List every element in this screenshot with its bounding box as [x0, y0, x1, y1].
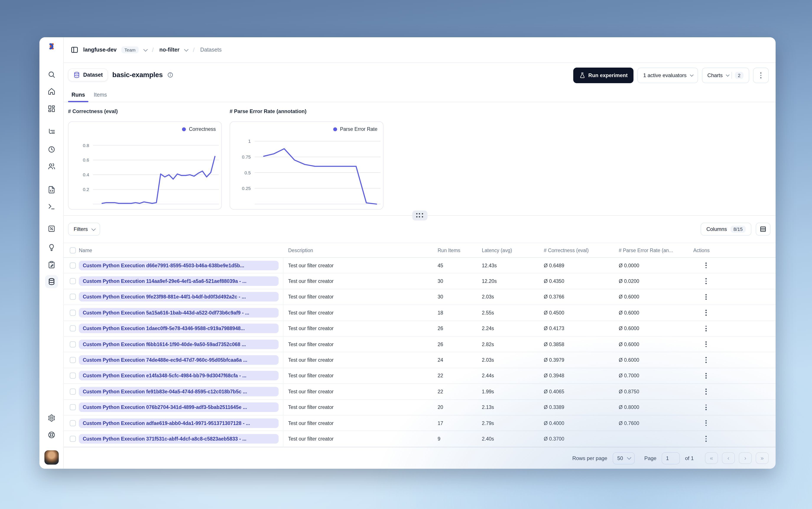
col-header-run-items[interactable]: Run Items: [438, 247, 482, 253]
page-actions-kebab-button[interactable]: [753, 68, 769, 83]
breadcrumb-org[interactable]: langfuse-dev: [83, 47, 116, 53]
sidebar-item-search[interactable]: [45, 68, 58, 81]
run-name-link[interactable]: Custom Python Execution 9fe23f98-881e-44…: [79, 292, 279, 302]
run-parse-error-avg: Ø 0.6000: [619, 310, 693, 315]
sidebar-item-terminal[interactable]: [45, 200, 58, 213]
active-evaluators-button[interactable]: 1 active evaluators: [638, 68, 698, 83]
next-page-button[interactable]: ›: [739, 452, 752, 464]
panel-resize-grip[interactable]: [412, 210, 427, 220]
rows-per-page-select[interactable]: 50: [612, 452, 635, 464]
sidebar-item-lifebuoy[interactable]: [45, 429, 58, 441]
row-actions-kebab-icon[interactable]: [705, 294, 707, 300]
sidebar-item-percent-square[interactable]: [45, 222, 58, 235]
row-checkbox[interactable]: [70, 420, 76, 426]
run-name-link[interactable]: Custom Python Execution 114aa9ef-29e6-4e…: [79, 276, 279, 286]
row-actions-kebab-icon[interactable]: [705, 341, 707, 347]
user-avatar[interactable]: [44, 450, 59, 465]
breadcrumb-section[interactable]: Datasets: [200, 47, 222, 53]
row-checkbox[interactable]: [70, 278, 76, 284]
row-checkbox[interactable]: [70, 436, 76, 442]
row-actions-kebab-icon[interactable]: [705, 357, 707, 363]
prev-page-button[interactable]: ‹: [722, 452, 735, 464]
last-page-button[interactable]: »: [756, 452, 769, 464]
sidebar-item-dashboard-grid[interactable]: [45, 102, 58, 115]
col-header-parse-error[interactable]: # Parse Error Rate (an...: [619, 247, 693, 253]
table-row[interactable]: Custom Python Execution d66e7991-8595-45…: [64, 258, 776, 274]
info-icon[interactable]: [167, 72, 173, 78]
table-row[interactable]: Custom Python Execution 74de488e-ec9d-47…: [64, 352, 776, 368]
database-icon: [73, 71, 80, 78]
row-checkbox[interactable]: [70, 357, 76, 363]
table-row[interactable]: Custom Python Execution 1daec0f9-5e78-43…: [64, 321, 776, 337]
sidebar-toggle-icon[interactable]: [71, 46, 78, 54]
row-checkbox[interactable]: [70, 341, 76, 347]
page-number-input[interactable]: 1: [662, 452, 680, 464]
sidebar-item-database[interactable]: [45, 275, 58, 288]
row-actions-kebab-icon[interactable]: [705, 310, 707, 315]
table-row[interactable]: Custom Python Execution e14fa348-5cfc-49…: [64, 368, 776, 384]
tab-items[interactable]: Items: [90, 92, 110, 102]
run-name-link[interactable]: Custom Python Execution fe91b83e-04a5-47…: [79, 387, 279, 396]
col-header-name[interactable]: Name: [79, 243, 283, 257]
sidebar-item-clock[interactable]: [45, 143, 58, 156]
run-name-link[interactable]: Custom Python Execution 1daec0f9-5e78-43…: [79, 324, 279, 333]
charts-toggle-button[interactable]: Charts 2: [702, 68, 749, 83]
run-parse-error-avg: Ø 0.0000: [619, 263, 693, 268]
filters-button[interactable]: Filters: [68, 223, 100, 236]
table-row[interactable]: Custom Python Execution 076b2704-341d-48…: [64, 400, 776, 415]
row-checkbox[interactable]: [70, 262, 76, 268]
table-row[interactable]: Custom Python Execution f6bb1614-1f90-40…: [64, 337, 776, 352]
run-name-link[interactable]: Custom Python Execution adfae619-abb0-4d…: [79, 418, 279, 428]
chevron-down-icon[interactable]: [184, 47, 189, 51]
table-row[interactable]: Custom Python Execution 9fe23f98-881e-44…: [64, 290, 776, 305]
run-name-link[interactable]: Custom Python Execution e14fa348-5cfc-49…: [79, 371, 279, 380]
table-row[interactable]: Custom Python Execution fe91b83e-04a5-47…: [64, 384, 776, 400]
table-row[interactable]: Custom Python Execution 114aa9ef-29e6-4e…: [64, 274, 776, 290]
columns-button[interactable]: Columns 8/15: [701, 223, 751, 236]
table-row[interactable]: Custom Python Execution 5a15a616-1bab-44…: [64, 305, 776, 321]
run-name-link[interactable]: Custom Python Execution 5a15a616-1bab-44…: [79, 308, 279, 317]
col-header-correctness[interactable]: # Correctness (eval): [544, 247, 619, 253]
row-actions-kebab-icon[interactable]: [705, 420, 707, 426]
first-page-button[interactable]: «: [705, 452, 718, 464]
run-name-link[interactable]: Custom Python Execution f6bb1614-1f90-40…: [79, 339, 279, 349]
row-actions-kebab-icon[interactable]: [705, 388, 707, 395]
col-header-latency[interactable]: Latency (avg): [482, 247, 544, 253]
run-name-link[interactable]: Custom Python Execution 076b2704-341d-48…: [79, 402, 279, 412]
table-row[interactable]: Custom Python Execution 371f531c-abff-4d…: [64, 431, 776, 447]
row-actions-kebab-icon[interactable]: [705, 404, 707, 410]
chevron-down-icon[interactable]: [143, 47, 148, 51]
run-name-link[interactable]: Custom Python Execution 371f531c-abff-4d…: [79, 434, 279, 444]
run-name-link[interactable]: Custom Python Execution d66e7991-8595-45…: [79, 261, 279, 270]
sidebar-item-home[interactable]: [45, 85, 58, 98]
row-actions-kebab-icon[interactable]: [705, 263, 707, 268]
row-checkbox[interactable]: [70, 310, 76, 316]
row-actions-kebab-icon[interactable]: [705, 326, 707, 331]
row-checkbox[interactable]: [70, 373, 76, 379]
row-checkbox[interactable]: [70, 388, 76, 395]
table-row[interactable]: Custom Python Execution adfae619-abb0-4d…: [64, 415, 776, 431]
sidebar-item-lightbulb[interactable]: [45, 241, 58, 254]
col-header-description[interactable]: Description: [283, 247, 438, 253]
row-actions-kebab-icon[interactable]: [705, 436, 707, 442]
sidebar-item-file-code[interactable]: [45, 183, 58, 196]
sidebar-item-users[interactable]: [45, 160, 58, 173]
run-experiment-button[interactable]: Run experiment: [573, 68, 634, 83]
run-name-link[interactable]: Custom Python Execution 74de488e-ec9d-47…: [79, 355, 279, 365]
parse-error-chart[interactable]: Parse Error Rate 0.250.50.751: [230, 121, 383, 210]
sidebar-item-list-tree[interactable]: [45, 125, 58, 138]
tab-runs[interactable]: Runs: [68, 92, 89, 102]
row-height-button[interactable]: [756, 223, 770, 236]
sidebar-item-clipboard-pen[interactable]: [45, 258, 58, 271]
row-checkbox[interactable]: [70, 404, 76, 410]
sidebar-item-settings-gear[interactable]: [45, 411, 58, 425]
breadcrumb-project[interactable]: no-filter: [159, 47, 179, 53]
charts-section: # Correctness (eval) # Parse Error Rate …: [64, 102, 776, 216]
langfuse-logo-icon[interactable]: [46, 42, 57, 50]
row-actions-kebab-icon[interactable]: [705, 373, 707, 379]
select-all-checkbox[interactable]: [70, 247, 76, 253]
row-checkbox[interactable]: [70, 294, 76, 300]
row-actions-kebab-icon[interactable]: [705, 278, 707, 284]
row-checkbox[interactable]: [70, 326, 76, 332]
correctness-chart[interactable]: Correctness 0.20.40.60.8: [68, 121, 222, 210]
